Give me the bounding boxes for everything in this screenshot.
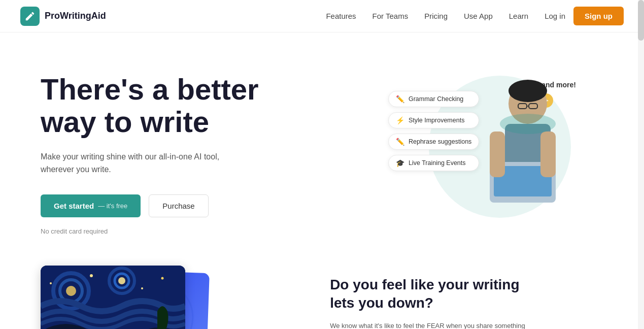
logo-icon — [20, 7, 40, 26]
training-icon: 🎓 — [396, 159, 404, 167]
svg-point-22 — [118, 277, 125, 284]
svg-rect-9 — [540, 131, 556, 177]
nav-features[interactable]: Features — [326, 12, 356, 20]
no-credit-text: No credit card required — [41, 227, 356, 235]
svg-rect-8 — [490, 131, 505, 177]
section2: My idea in my head Do you feel like your… — [0, 255, 644, 329]
nav-for-teams[interactable]: For Teams — [372, 12, 409, 20]
hero-section: There's a better way to write Make your … — [0, 32, 644, 255]
navbar: ProWritingAid Features For Teams Pricing… — [0, 0, 644, 32]
get-started-label: Get started — [54, 202, 94, 210]
hero-subtitle: Make your writing shine with our all-in-… — [41, 150, 244, 176]
nav-pricing[interactable]: Pricing — [424, 12, 448, 20]
rephrase-icon: ✏️ — [396, 138, 404, 146]
art-cards: My idea in my head — [41, 266, 213, 329]
svg-point-10 — [500, 114, 556, 134]
svg-point-24 — [141, 287, 143, 289]
hero-title: There's a better way to write — [41, 73, 294, 138]
nav-use-app[interactable]: Use App — [464, 12, 493, 20]
svg-point-26 — [50, 282, 52, 284]
logo-link[interactable]: ProWritingAid — [20, 7, 106, 26]
section2-right: Do you feel like your writing lets you d… — [330, 266, 603, 329]
get-started-button[interactable]: Get started — it's free — [41, 194, 141, 217]
style-icon: ⚡ — [396, 116, 404, 124]
purchase-button[interactable]: Purchase — [149, 194, 208, 217]
svg-point-19 — [66, 286, 76, 296]
signup-button[interactable]: Sign up — [573, 7, 624, 25]
hero-buttons: Get started — it's free Purchase — [41, 194, 356, 217]
free-label: — it's free — [98, 202, 127, 210]
hero-illustration: ...and more! ✦ ✏️ Grammar Checking ⚡ Sty… — [388, 65, 581, 223]
nav-actions: Log in Sign up — [545, 7, 624, 25]
starry-night-painting — [41, 266, 185, 329]
svg-point-25 — [161, 277, 164, 279]
grammar-icon: ✏️ — [396, 95, 404, 103]
scrollbar-thumb[interactable] — [638, 0, 644, 41]
person-figure — [454, 76, 566, 223]
nav-links: Features For Teams Pricing Use App Learn — [326, 12, 528, 21]
section2-title: Do you feel like your writing lets you d… — [330, 276, 543, 313]
section2-body: We know what it's like to feel the FEAR … — [330, 321, 533, 329]
section2-left: My idea in my head — [41, 266, 299, 329]
brand-name: ProWritingAid — [45, 11, 106, 21]
art-card-front: My idea in my head — [41, 266, 185, 329]
scrollbar-track[interactable] — [638, 0, 644, 329]
hero-left: There's a better way to write Make your … — [41, 63, 356, 235]
login-button[interactable]: Log in — [545, 12, 565, 20]
svg-point-23 — [90, 274, 93, 277]
svg-point-1 — [509, 80, 547, 102]
nav-learn[interactable]: Learn — [509, 12, 528, 20]
hero-right: ...and more! ✦ ✏️ Grammar Checking ⚡ Sty… — [356, 63, 614, 225]
